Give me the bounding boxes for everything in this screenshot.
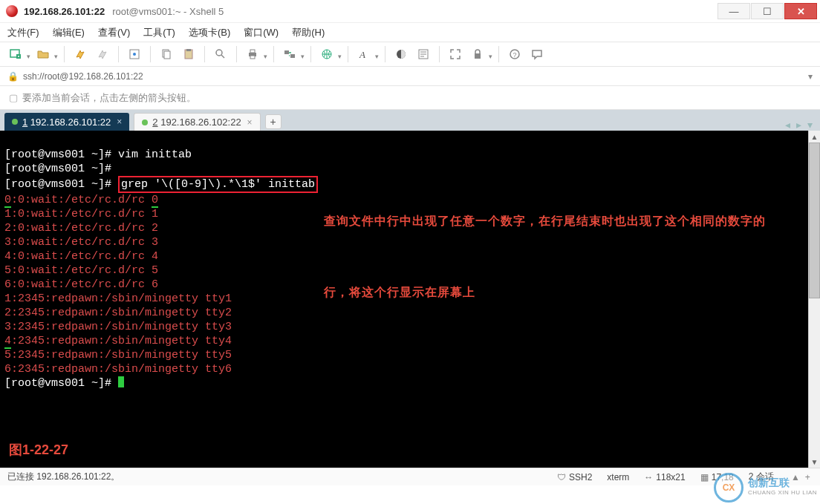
annotation-text: 查询文件中行中出现了任意一个数字，在行尾结束时也出现了这个相同的数字的 行，将这… bbox=[324, 162, 766, 352]
vertical-scrollbar[interactable]: ▲ ▼ bbox=[808, 131, 820, 468]
size-icon: ↔ bbox=[644, 472, 653, 482]
tab-number: 2 bbox=[152, 117, 157, 128]
lock-icon[interactable] bbox=[468, 45, 487, 64]
dropdown-caret-icon[interactable]: ▾ bbox=[27, 49, 30, 60]
printer-icon[interactable] bbox=[243, 45, 262, 64]
svg-rect-18 bbox=[475, 53, 481, 59]
address-dropdown-icon[interactable]: ▾ bbox=[808, 71, 813, 82]
session-tab-2[interactable]: 2 192.168.26.102:22 × bbox=[134, 113, 260, 131]
scroll-thumb[interactable] bbox=[809, 143, 820, 298]
fullscreen-icon[interactable] bbox=[446, 45, 465, 64]
terminal[interactable]: [root@vms001 ~]# vim inittab [root@vms00… bbox=[0, 131, 808, 468]
menu-file[interactable]: 文件(F) bbox=[7, 26, 39, 39]
output-line: 2:2345:redpawn:/sbin/mingetty tty2 bbox=[4, 307, 232, 319]
status-dot-icon bbox=[12, 119, 18, 125]
address-bar[interactable]: 🔒 ssh://root@192.168.26.101:22 ▾ bbox=[0, 67, 820, 86]
highlighted-command: grep '\([0-9]\).*\1$' inittab bbox=[118, 176, 318, 193]
dropdown-caret-icon[interactable]: ▾ bbox=[338, 49, 342, 60]
output-line: 5:2345:redpawn:/sbin/mingetty tty5 bbox=[4, 349, 232, 361]
menu-view[interactable]: 查看(V) bbox=[98, 26, 130, 39]
svg-rect-10 bbox=[250, 50, 255, 53]
script-icon[interactable] bbox=[414, 45, 433, 64]
output-line: 3:0:wait:/etc/rc.d/rc 3 bbox=[4, 236, 158, 249]
reconnect-icon[interactable] bbox=[71, 45, 90, 64]
tab-label: 192.168.26.102:22 bbox=[160, 117, 241, 128]
output-line: 4:2345:redpawn:/sbin/mingetty tty4 bbox=[4, 335, 232, 349]
scroll-track[interactable] bbox=[809, 143, 820, 456]
toolbar: ▾ ▾ ▾ ▾ ▾ A ▾ ▾ ? bbox=[0, 42, 820, 67]
prompt: [root@vms001 ~]# bbox=[4, 163, 111, 175]
minimize-button[interactable]: — bbox=[718, 3, 750, 19]
address-url: ssh://root@192.168.26.101:22 bbox=[23, 71, 143, 82]
session-tab-1[interactable]: 1 192.168.26.101:22 × bbox=[4, 113, 129, 131]
grid-icon: ▦ bbox=[700, 472, 709, 482]
title-subtitle: root@vms001:~ - Xshell 5 bbox=[112, 6, 224, 17]
open-folder-icon[interactable] bbox=[33, 45, 53, 64]
dropdown-caret-icon[interactable]: ▾ bbox=[489, 49, 492, 60]
command-text: vim inittab bbox=[118, 148, 192, 161]
prompt: [root@vms001 ~]# bbox=[4, 178, 118, 191]
scroll-up-icon[interactable]: ▲ bbox=[809, 131, 820, 143]
status-term-type: xterm bbox=[607, 472, 629, 482]
dropdown-caret-icon[interactable]: ▾ bbox=[264, 49, 267, 60]
dropdown-caret-icon[interactable]: ▾ bbox=[301, 49, 305, 60]
svg-rect-12 bbox=[284, 50, 289, 54]
disconnect-icon[interactable] bbox=[93, 45, 112, 64]
tab-prev-icon[interactable]: ◂ bbox=[785, 119, 790, 131]
help-icon[interactable]: ? bbox=[505, 45, 524, 64]
bookmark-arrow-icon[interactable]: ▢ bbox=[9, 92, 18, 103]
menu-tools[interactable]: 工具(T) bbox=[143, 26, 175, 39]
globe-icon[interactable] bbox=[317, 45, 336, 64]
menu-help[interactable]: 帮助(H) bbox=[292, 26, 325, 39]
output-line: 2:0:wait:/etc/rc.d/rc 2 bbox=[4, 222, 158, 235]
watermark: CX 创新互联 CHUANG XIN HU LIAN bbox=[714, 473, 817, 503]
tab-menu-icon[interactable]: ▾ bbox=[807, 119, 813, 131]
properties-icon[interactable] bbox=[125, 45, 144, 64]
svg-rect-5 bbox=[164, 51, 170, 59]
search-icon[interactable] bbox=[211, 45, 230, 64]
tab-number: 1 bbox=[22, 117, 27, 128]
dropdown-caret-icon[interactable]: ▾ bbox=[375, 49, 379, 60]
output-line: 1:0:wait:/etc/rc.d/rc 1 bbox=[4, 208, 158, 220]
svg-text:?: ? bbox=[513, 51, 517, 59]
font-icon[interactable]: A bbox=[354, 45, 374, 64]
svg-rect-7 bbox=[186, 49, 191, 51]
tab-next-icon[interactable]: ▸ bbox=[796, 119, 801, 131]
status-bar: 已连接 192.168.26.101:22。 🛡SSH2 xterm ↔118x… bbox=[0, 468, 820, 485]
paste-icon[interactable] bbox=[179, 45, 198, 64]
close-button[interactable]: ✕ bbox=[784, 3, 817, 19]
menu-window[interactable]: 窗口(W) bbox=[244, 26, 279, 39]
output-line: 0:0:wait:/etc/rc.d/rc 0 bbox=[4, 194, 158, 208]
menu-bar: 文件(F) 编辑(E) 查看(V) 工具(T) 选项卡(B) 窗口(W) 帮助(… bbox=[0, 22, 820, 42]
svg-point-3 bbox=[133, 53, 136, 56]
menu-tabs[interactable]: 选项卡(B) bbox=[189, 26, 230, 39]
info-text: 要添加当前会话，点击左侧的箭头按钮。 bbox=[22, 91, 196, 105]
output-line: 6:2345:redpawn:/sbin/mingetty tty6 bbox=[4, 363, 232, 376]
svg-rect-13 bbox=[290, 54, 295, 58]
scroll-down-icon[interactable]: ▼ bbox=[809, 456, 820, 468]
status-protocol: 🛡SSH2 bbox=[557, 472, 592, 482]
copy-icon[interactable] bbox=[157, 45, 176, 64]
tab-close-icon[interactable]: × bbox=[117, 117, 122, 127]
maximize-button[interactable]: ☐ bbox=[751, 3, 784, 19]
output-line: 3:2345:redpawn:/sbin/mingetty tty3 bbox=[4, 321, 232, 333]
transfer-icon[interactable] bbox=[280, 45, 299, 64]
tab-strip: 1 192.168.26.101:22 × 2 192.168.26.102:2… bbox=[0, 110, 820, 131]
figure-label: 图1-22-27 bbox=[9, 443, 68, 457]
app-icon bbox=[6, 5, 18, 17]
tab-label: 192.168.26.101:22 bbox=[30, 117, 111, 128]
watermark-brand-en: CHUANG XIN HU LIAN bbox=[748, 488, 817, 497]
cursor bbox=[118, 376, 124, 387]
menu-edit[interactable]: 编辑(E) bbox=[53, 26, 85, 39]
svg-rect-11 bbox=[250, 56, 255, 59]
status-connection: 已连接 192.168.26.101:22。 bbox=[7, 471, 120, 483]
status-size: ↔118x21 bbox=[644, 472, 685, 482]
color-scheme-icon[interactable] bbox=[391, 45, 411, 64]
dropdown-caret-icon[interactable]: ▾ bbox=[54, 49, 58, 60]
tab-close-icon[interactable]: × bbox=[247, 117, 253, 128]
watermark-logo-icon: CX bbox=[714, 473, 743, 503]
new-session-icon[interactable] bbox=[6, 45, 25, 64]
output-line: 5:0:wait:/etc/rc.d/rc 5 bbox=[4, 264, 158, 277]
tab-add-button[interactable]: + bbox=[265, 114, 282, 129]
chat-icon[interactable] bbox=[527, 45, 547, 64]
